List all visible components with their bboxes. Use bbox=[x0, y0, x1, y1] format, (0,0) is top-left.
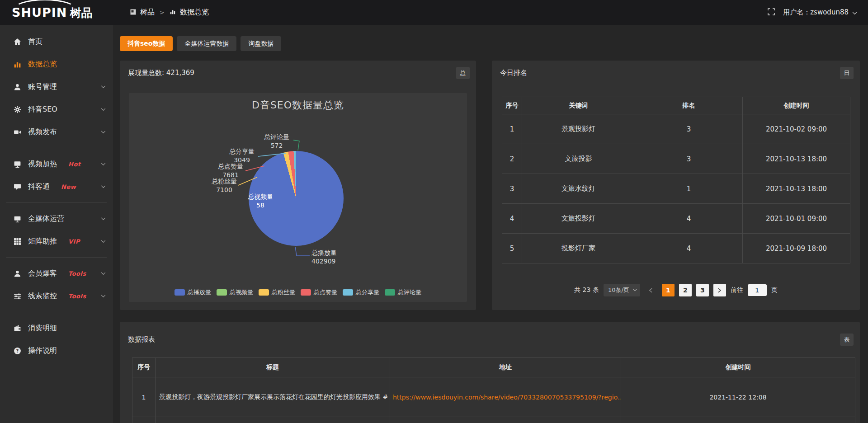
tab-douyin-seo-data[interactable]: 抖音seo数据 bbox=[120, 36, 173, 51]
sidebar-item-label: 视频发布 bbox=[28, 127, 57, 137]
user-icon bbox=[14, 83, 21, 91]
sidebar-item-help[interactable]: ? 操作说明 bbox=[0, 339, 113, 362]
sidebar-item-label: 数据总览 bbox=[28, 60, 57, 69]
fullscreen-icon[interactable] bbox=[768, 8, 775, 17]
table-row: 1 景观投影灯 3 2021-10-02 09:00 bbox=[502, 114, 850, 144]
table-row: 2 文旅投影 3 2021-10-13 18:00 bbox=[502, 144, 850, 174]
legend-item-comments[interactable]: 总评论量 bbox=[385, 288, 421, 296]
table-row: 1 景观投影灯，夜游景观投影灯厂家展示展示落花灯在花园里的灯光投影应用效果 # … bbox=[132, 377, 855, 417]
sidebar-item-douyin-seo[interactable]: 抖音SEO bbox=[0, 98, 113, 121]
chat-bubble-icon bbox=[14, 183, 21, 191]
tools-badge: Tools bbox=[68, 293, 86, 300]
callout-total-fans: 总粉丝量 7100 bbox=[211, 177, 237, 194]
next-page-button[interactable] bbox=[713, 284, 726, 296]
page-button-1[interactable]: 1 bbox=[662, 284, 675, 296]
callout-name: 总评论量 bbox=[260, 133, 293, 141]
bar-chart-icon bbox=[14, 61, 21, 68]
callout-value: 402909 bbox=[311, 257, 357, 266]
sidebar-item-label: 全媒体运营 bbox=[28, 214, 64, 224]
page-button-3[interactable]: 3 bbox=[696, 284, 709, 296]
logo: SHUPIN 树品 bbox=[0, 6, 113, 19]
chevron-down-icon bbox=[101, 240, 106, 243]
sidebar-item-video-heat[interactable]: 视频加热 Hot bbox=[0, 153, 113, 175]
callout-name: 总播放量 bbox=[311, 249, 357, 257]
report-table: 序号 标题 地址 创建时间 1 景观投影灯，夜游景观投影灯厂家展示展示落花灯在花… bbox=[132, 357, 855, 423]
legend-item-likes[interactable]: 总点赞量 bbox=[301, 288, 337, 296]
ranking-card-head: 今日排名 日 bbox=[492, 61, 860, 79]
callout-total-videos: 总视频量 58 bbox=[244, 193, 277, 210]
ranking-table: 序号 关键词 排名 创建时间 1 景观投影灯 3 2021-10-02 09:0… bbox=[502, 97, 850, 263]
sidebar-divider bbox=[6, 202, 107, 203]
legend-item-videos[interactable]: 总视频量 bbox=[217, 288, 253, 296]
col-url: 地址 bbox=[390, 358, 621, 377]
tools-badge: Tools bbox=[68, 270, 86, 277]
col-index: 序号 bbox=[132, 358, 156, 377]
chevron-left-icon bbox=[649, 288, 652, 293]
col-created: 创建时间 bbox=[621, 358, 855, 377]
impressions-total-label: 展现量总数: 421,369 bbox=[128, 69, 194, 77]
page-size-select[interactable]: 10条/页 bbox=[604, 284, 640, 296]
sidebar-item-label: 矩阵助推 bbox=[28, 237, 57, 246]
sidebar-item-label: 账号管理 bbox=[28, 82, 57, 92]
sidebar-item-data-overview[interactable]: 数据总览 bbox=[0, 53, 113, 75]
new-badge: New bbox=[61, 183, 76, 190]
legend-item-fans[interactable]: 总粉丝量 bbox=[259, 288, 295, 296]
callout-name: 总点赞量 bbox=[217, 162, 245, 171]
overview-card-head: 展现量总数: 421,369 总 bbox=[120, 61, 476, 79]
day-view-button[interactable]: 日 bbox=[840, 67, 854, 79]
top-header: SHUPIN 树品 树品 > 数据总览 用户名：zswodun88 bbox=[0, 0, 868, 25]
username-label[interactable]: 用户名：zswodun88 bbox=[783, 8, 849, 17]
goto-label: 前往 bbox=[731, 286, 743, 294]
page-button-2[interactable]: 2 bbox=[679, 284, 692, 296]
col-keyword: 关键词 bbox=[522, 97, 635, 114]
grid-icon bbox=[14, 238, 21, 245]
cards-row: 展现量总数: 421,369 总 D音SEO数据量总览 总评论量 bbox=[120, 61, 860, 310]
col-rank: 排名 bbox=[635, 97, 743, 114]
report-card-head: 数据报表 表 bbox=[120, 322, 860, 346]
prev-page-button[interactable] bbox=[645, 284, 657, 296]
legend-item-shares[interactable]: 总分享量 bbox=[343, 288, 379, 296]
sidebar-item-home[interactable]: 首页 bbox=[0, 30, 113, 53]
col-created: 创建时间 bbox=[743, 97, 850, 114]
sidebar-item-doukertong[interactable]: 抖客通 New bbox=[0, 175, 113, 198]
sidebar-divider bbox=[6, 148, 107, 148]
sidebar-item-label: 首页 bbox=[28, 37, 42, 47]
chevron-down-icon[interactable] bbox=[852, 9, 857, 17]
tab-inquiry-data[interactable]: 询盘数据 bbox=[241, 36, 281, 51]
sidebar-item-video-publish[interactable]: 视频发布 bbox=[0, 121, 113, 143]
tab-media-operation-data[interactable]: 全媒体运营数据 bbox=[177, 36, 236, 51]
hot-badge: Hot bbox=[68, 161, 81, 168]
table-row: 3 文旅水纹灯 1 2021-10-13 18:00 bbox=[502, 174, 850, 204]
legend-swatch bbox=[301, 289, 311, 296]
chevron-right-icon bbox=[718, 288, 721, 293]
breadcrumb-root[interactable]: 树品 bbox=[140, 8, 155, 17]
video-title-cell: 景观投影灯，夜游景观投影灯厂家展示展示落花灯在花园里的灯光投影应用效果 # bbox=[156, 377, 390, 417]
sidebar-item-label: 抖音SEO bbox=[28, 105, 57, 114]
chevron-down-icon bbox=[633, 289, 637, 291]
sidebar-item-media-operation[interactable]: 全媒体运营 bbox=[0, 207, 113, 230]
chevron-down-icon bbox=[101, 272, 106, 275]
sidebar-item-consumption[interactable]: 消费明细 bbox=[0, 317, 113, 339]
ranking-title: 今日排名 bbox=[500, 69, 527, 77]
gear-icon bbox=[14, 106, 21, 113]
main-content: 抖音seo数据 全媒体运营数据 询盘数据 展现量总数: 421,369 总 D音… bbox=[113, 25, 868, 423]
sidebar-item-member-burst[interactable]: 会员爆客 Tools bbox=[0, 262, 113, 285]
chart-legend: 总播放量 总视频量 总粉丝量 总点赞量 总分享量 总评论量 bbox=[129, 288, 467, 296]
screen-icon bbox=[14, 160, 21, 168]
total-view-button[interactable]: 总 bbox=[456, 67, 470, 79]
callout-name: 总粉丝量 bbox=[211, 177, 237, 186]
legend-swatch bbox=[343, 289, 353, 296]
col-index: 序号 bbox=[502, 97, 522, 114]
col-title: 标题 bbox=[156, 358, 390, 377]
table-view-button[interactable]: 表 bbox=[840, 334, 854, 346]
wallet-icon bbox=[14, 324, 21, 332]
home-icon bbox=[14, 38, 21, 46]
sidebar-item-account[interactable]: 账号管理 bbox=[0, 75, 113, 98]
legend-item-plays[interactable]: 总播放量 bbox=[175, 288, 211, 296]
video-url-link[interactable]: https://www.iesdouyin.com/share/video/70… bbox=[390, 377, 621, 417]
sidebar-item-matrix-boost[interactable]: 矩阵助推 VIP bbox=[0, 230, 113, 253]
sidebar-item-clue-monitor[interactable]: 线索监控 Tools bbox=[0, 285, 113, 307]
sidebar-item-label: 操作说明 bbox=[28, 346, 57, 356]
goto-page-input[interactable] bbox=[748, 284, 767, 296]
pie-leader-lines bbox=[129, 93, 467, 302]
